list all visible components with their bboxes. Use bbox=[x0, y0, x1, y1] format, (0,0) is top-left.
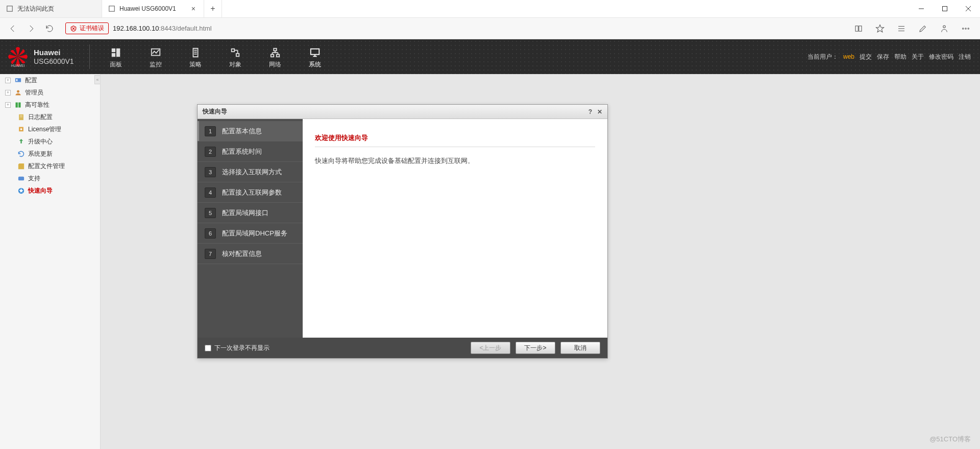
object-icon bbox=[230, 47, 241, 58]
sidebar-item-support[interactable]: 支持 bbox=[0, 172, 100, 184]
admin-icon bbox=[14, 88, 22, 97]
nav-object[interactable]: 对象 bbox=[215, 45, 255, 69]
nav-dashboard[interactable]: 面板 bbox=[96, 45, 136, 69]
dashboard-icon bbox=[110, 47, 121, 58]
step-label: 配置局域网接口 bbox=[222, 208, 268, 218]
page-icon bbox=[108, 5, 115, 12]
window-maximize-button[interactable] bbox=[933, 0, 957, 17]
sidebar-label: 配置 bbox=[25, 76, 37, 85]
dialog-help-button[interactable]: ? bbox=[589, 108, 592, 115]
about-link[interactable]: 关于 bbox=[912, 53, 924, 61]
wizard-step[interactable]: 3选择接入互联网方式 bbox=[198, 162, 303, 182]
reading-view-button[interactable] bbox=[848, 20, 869, 37]
svg-rect-17 bbox=[111, 48, 115, 52]
nav-monitor[interactable]: 监控 bbox=[136, 45, 176, 69]
svg-rect-3 bbox=[943, 7, 947, 11]
wizard-step[interactable]: 4配置接入互联网参数 bbox=[198, 182, 303, 203]
cert-error-text: 证书错误 bbox=[80, 24, 104, 33]
svg-rect-28 bbox=[274, 48, 277, 51]
logout-link[interactable]: 注销 bbox=[959, 53, 971, 61]
monitor-icon bbox=[150, 47, 161, 58]
content-area: 快速向导 ? ✕ 1配置基本信息 2配置系统时间 3选择接入互联网方式 4配置接… bbox=[101, 74, 980, 449]
svg-point-15 bbox=[968, 28, 969, 29]
nav-label: 网络 bbox=[269, 60, 281, 69]
dont-show-again-checkbox[interactable]: 下一次登录不再显示 bbox=[205, 344, 270, 352]
url-host: 192.168.100.10 bbox=[113, 25, 159, 32]
sidebar-item-cfgfile[interactable]: 配置文件管理 bbox=[0, 160, 100, 172]
expand-icon[interactable]: + bbox=[5, 78, 11, 83]
back-button[interactable] bbox=[4, 20, 21, 37]
brand-name: Huawei bbox=[34, 48, 74, 57]
sidebar-label: 系统更新 bbox=[28, 150, 53, 158]
change-password-link[interactable]: 修改密码 bbox=[929, 53, 953, 61]
svg-point-14 bbox=[965, 28, 966, 29]
submit-link[interactable]: 提交 bbox=[860, 53, 872, 61]
sidebar-item-wizard[interactable]: 快速向导 bbox=[0, 184, 100, 197]
forward-button[interactable] bbox=[22, 20, 40, 37]
window-minimize-button[interactable] bbox=[910, 0, 933, 17]
svg-rect-30 bbox=[276, 54, 279, 57]
dont-show-label: 下一次登录不再显示 bbox=[214, 344, 270, 352]
help-link[interactable]: 帮助 bbox=[894, 53, 906, 61]
url-port: :8443 bbox=[159, 25, 176, 32]
sidebar-item-upgrade[interactable]: 升级中心 bbox=[0, 135, 100, 148]
sidebar-collapse-button[interactable]: « bbox=[94, 75, 100, 84]
svg-text:HUAWEI: HUAWEI bbox=[11, 64, 25, 67]
nav-policy[interactable]: 策略 bbox=[176, 45, 215, 69]
sidebar-item-log[interactable]: 日志配置 bbox=[0, 111, 100, 123]
favorite-button[interactable] bbox=[870, 20, 890, 37]
sidebar-item-license[interactable]: License管理 bbox=[0, 123, 100, 135]
nav-system[interactable]: 系统 bbox=[295, 45, 335, 69]
nav-network[interactable]: 网络 bbox=[255, 45, 295, 69]
step-number: 6 bbox=[205, 228, 216, 239]
wizard-step[interactable]: 1配置基本信息 bbox=[198, 121, 303, 141]
address-bar[interactable]: 192.168.100.10:8443/default.html bbox=[113, 25, 212, 32]
dont-show-again-input[interactable] bbox=[205, 345, 211, 351]
sidebar-item-admin[interactable]: + 管理员 bbox=[0, 86, 100, 99]
refresh-button[interactable] bbox=[41, 20, 58, 37]
config-icon bbox=[14, 76, 22, 84]
dialog-close-button[interactable]: ✕ bbox=[597, 108, 602, 115]
sidebar-item-update[interactable]: 系统更新 bbox=[0, 148, 100, 160]
next-step-button[interactable]: 下一步> bbox=[516, 342, 555, 354]
browser-tab[interactable]: Huawei USG6000V1 × bbox=[102, 0, 204, 17]
window-close-button[interactable] bbox=[957, 0, 980, 17]
share-button[interactable] bbox=[934, 20, 954, 37]
svg-rect-18 bbox=[116, 48, 120, 57]
save-link[interactable]: 保存 bbox=[877, 53, 889, 61]
new-tab-button[interactable]: + bbox=[204, 0, 222, 17]
tab-label: Huawei USG6000V1 bbox=[119, 5, 176, 12]
wizard-step[interactable]: 2配置系统时间 bbox=[198, 141, 303, 162]
expand-icon[interactable]: + bbox=[5, 90, 11, 96]
step-number: 1 bbox=[205, 126, 216, 136]
step-number: 5 bbox=[205, 208, 216, 218]
step-number: 4 bbox=[205, 187, 216, 198]
wizard-step[interactable]: 6配置局域网DHCP服务 bbox=[198, 223, 303, 244]
svg-rect-39 bbox=[16, 79, 17, 81]
prev-step-button: <上一步 bbox=[471, 342, 510, 354]
svg-point-13 bbox=[963, 28, 964, 29]
cancel-button[interactable]: 取消 bbox=[560, 342, 600, 354]
favorites-hub-button[interactable] bbox=[891, 20, 912, 37]
dialog-title-bar[interactable]: 快速向导 ? ✕ bbox=[198, 105, 607, 119]
close-tab-button[interactable]: × bbox=[189, 5, 198, 13]
url-path: /default.html bbox=[176, 25, 212, 32]
sidebar-label: License管理 bbox=[28, 125, 61, 134]
system-icon bbox=[309, 47, 321, 58]
notes-button[interactable] bbox=[913, 20, 933, 37]
log-icon bbox=[17, 113, 25, 121]
nav-label: 面板 bbox=[110, 60, 122, 69]
current-user-label: 当前用户： bbox=[807, 53, 838, 61]
expand-icon[interactable]: + bbox=[5, 102, 11, 108]
step-label: 配置接入互联网参数 bbox=[222, 188, 282, 197]
cert-error-badge[interactable]: 证书错误 bbox=[65, 22, 109, 34]
wizard-step[interactable]: 5配置局域网接口 bbox=[198, 203, 303, 223]
step-label: 核对配置信息 bbox=[222, 249, 262, 258]
sidebar-item-config[interactable]: + 配置 bbox=[0, 74, 100, 86]
more-button[interactable] bbox=[955, 20, 976, 37]
app-header: HUAWEI Huawei USG6000V1 面板 监控 策略 对象 网络 bbox=[0, 39, 980, 74]
wizard-step[interactable]: 7核对配置信息 bbox=[198, 244, 303, 264]
browser-tab[interactable]: 无法访问此页 bbox=[0, 0, 102, 17]
sidebar-item-ha[interactable]: + 高可靠性 bbox=[0, 99, 100, 111]
sidebar-label: 管理员 bbox=[25, 88, 43, 97]
